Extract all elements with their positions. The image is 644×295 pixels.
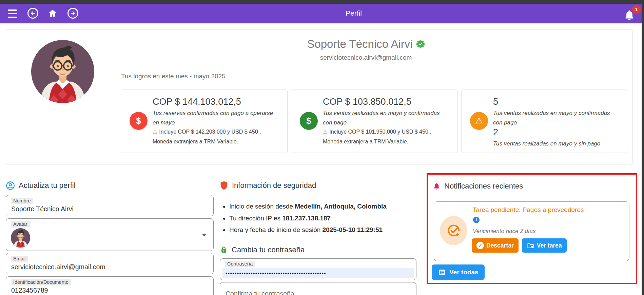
dismiss-label: Descartar: [486, 242, 514, 249]
change-password-header: Cambia tu contraseña: [220, 245, 305, 255]
page-title: Perfil: [346, 9, 362, 17]
field-value[interactable]: Soporte Técnico Airvi: [11, 205, 209, 213]
security-item-value: Medellín, Antioquia, Colombia: [295, 203, 387, 210]
security-item-value: 2025-05-10 11:29:51: [323, 226, 383, 233]
field-label: Contraseña: [225, 261, 255, 267]
paid-count: 5: [493, 97, 614, 107]
money-green-icon: $: [300, 112, 318, 130]
stat-warning-text: Incluye COP $ 101.950.000 y USD $ 450 . …: [323, 129, 431, 144]
security-item: Hora y fecha de inicio de sesión 2025-05…: [229, 225, 387, 235]
field-label: Nombre: [11, 198, 33, 204]
info-icon[interactable]: i: [473, 217, 480, 223]
security-list: Inicio de sesión desde Medellín, Antioqu…: [222, 202, 387, 237]
stats-row: $ COP $ 144.103.012,5 Tus reservas confi…: [121, 90, 628, 153]
dollar-glyph: $: [306, 116, 311, 126]
confirm-password-field[interactable]: Confirma tu contraseña: [220, 282, 416, 295]
list-icon: [438, 268, 446, 277]
password-dots: ••••••••••••••••••••••••••••••••••••••••…: [226, 270, 326, 276]
verified-badge-icon: [416, 40, 425, 48]
arrow-left-icon: [30, 10, 36, 16]
warning-glyph: ⚠: [475, 116, 483, 125]
task-check-icon: [446, 223, 462, 238]
avatar: [31, 40, 94, 103]
window-right-strip: [642, 0, 644, 295]
home-button[interactable]: [47, 8, 58, 19]
avatar-field[interactable]: Avatar: [6, 218, 214, 251]
profile-head: Soporte Técnico Airvi serviciotecnico.ai…: [103, 38, 628, 61]
task-badge: [440, 216, 467, 245]
back-button[interactable]: [27, 8, 38, 19]
stat-card-reservas: $ COP $ 144.103.012,5 Tus reservas confi…: [121, 90, 288, 153]
profile-email: serviciotecnico.airvi@gmail.com: [103, 54, 628, 61]
field-value[interactable]: 0123456789: [11, 287, 209, 294]
notifications-header: Notificaciones recientes: [433, 181, 523, 191]
notification-card: Tarea pendiente: Pagos a preveedores i V…: [434, 201, 629, 261]
section-title: Actualiza tu perfil: [19, 181, 76, 190]
shield-icon: [220, 181, 228, 190]
email-field[interactable]: Email serviciotecnico.airvi@gmail.com: [6, 253, 214, 274]
view-all-label: Ver todas: [449, 269, 479, 276]
money-red-icon: $: [130, 112, 148, 130]
app-bar: Perfil 1: [0, 4, 642, 23]
notification-due: Vencimiento hace 2 días: [473, 228, 536, 235]
security-section: Información de seguridad Inicio de sesió…: [220, 180, 416, 191]
identificacion-field[interactable]: Identificación/Documento 0123456789: [6, 276, 214, 295]
home-icon: [47, 8, 58, 18]
alert-orange-icon: ⚠: [470, 112, 488, 130]
chevron-down-icon[interactable]: [202, 234, 207, 236]
notification-actions: ✓ Descartar Ver tarea: [472, 238, 567, 253]
stat-warning: ⚠Incluye COP $ 101.950.000 y USD $ 450 .…: [323, 127, 444, 146]
notifications-highlight-panel: Notificaciones recientes Tarea pendiente…: [427, 173, 637, 284]
view-all-button[interactable]: Ver todas: [432, 264, 485, 280]
security-item-text: Hora y fecha de inicio de sesión: [229, 226, 323, 233]
profile-page: Perfil 1 Soporte Técnico Airvi: [0, 0, 644, 295]
notifications-bell-button[interactable]: 1: [623, 4, 641, 23]
forward-button[interactable]: [67, 8, 78, 19]
notification-count-badge: 1: [632, 5, 641, 14]
unpaid-count: 2: [493, 127, 614, 138]
avatar-select-row[interactable]: [11, 228, 209, 248]
section-title: Información de seguridad: [232, 181, 316, 190]
confirm-placeholder: Confirma tu contraseña: [226, 290, 294, 295]
notification-title: Tarea pendiente: Pagos a preveedores: [473, 206, 584, 214]
update-profile-section: Actualiza tu perfil Nombre Soporte Técni…: [6, 180, 214, 295]
folder-icon: [527, 242, 534, 250]
stat-body: COP $ 144.103.012,5 Tus reservas confirm…: [153, 97, 274, 146]
check-circle-icon: ✓: [476, 242, 484, 249]
security-item-value: 181.237.138.187: [282, 215, 331, 222]
security-item: Tu dirección IP es 181.237.138.187: [229, 214, 387, 223]
stat-body: 5 Tus ventas realizadas en mayo y confir…: [493, 97, 614, 149]
warning-icon: ⚠: [153, 129, 157, 135]
bell-pink-icon: [433, 182, 441, 191]
profile-name: Soporte Técnico Airvi: [307, 38, 412, 51]
section-title: Notificaciones recientes: [444, 182, 523, 191]
menu-icon[interactable]: [8, 9, 17, 18]
security-item-text: Tu dirección IP es: [229, 215, 282, 222]
field-label: Identificación/Documento: [11, 279, 71, 286]
update-profile-header: Actualiza tu perfil: [6, 180, 214, 191]
password-field[interactable]: Contraseña •••••••••••••••••••••••••••••…: [220, 258, 416, 280]
view-task-button[interactable]: Ver tarea: [522, 238, 567, 253]
section-title: Cambia tu contraseña: [232, 245, 305, 254]
security-item: Inicio de sesión desde Medellín, Antioqu…: [229, 202, 387, 211]
stat-warning-text: Incluye COP $ 142.203.000 y USD $ 450 . …: [153, 129, 261, 144]
stat-card-conteo-ventas: ⚠ 5 Tus ventas realizadas en mayo y conf…: [461, 90, 628, 153]
arrow-right-icon: [70, 10, 76, 16]
lock-icon: [220, 245, 228, 254]
stat-headline: COP $ 144.103.012,5: [153, 97, 274, 107]
nombre-field[interactable]: Nombre Soporte Técnico Airvi: [6, 195, 214, 216]
dollar-glyph: $: [136, 116, 141, 126]
password-autofill[interactable]: ••••••••••••••••••••••••••••••••••••••••…: [222, 268, 414, 278]
avatar-thumbnail: [11, 228, 30, 248]
stat-warning: ⚠Incluye COP $ 142.203.000 y USD $ 450 .…: [153, 127, 274, 146]
security-header: Información de seguridad: [220, 180, 416, 191]
stat-description: Tus ventas realizadas en mayo y confirma…: [323, 109, 444, 127]
dismiss-button[interactable]: ✓ Descartar: [472, 238, 519, 253]
warning-icon: ⚠: [323, 129, 328, 135]
field-value[interactable]: serviciotecnico.airvi@gmail.com: [11, 263, 209, 271]
view-task-label: Ver tarea: [537, 242, 562, 249]
paid-label: Tus ventas realizadas en mayo y confirma…: [493, 109, 614, 127]
stat-body: COP $ 103.850.012,5 Tus ventas realizada…: [323, 97, 444, 146]
stat-card-ventas-pagadas: $ COP $ 103.850.012,5 Tus ventas realiza…: [291, 90, 458, 153]
stat-headline: COP $ 103.850.012,5: [323, 97, 444, 107]
